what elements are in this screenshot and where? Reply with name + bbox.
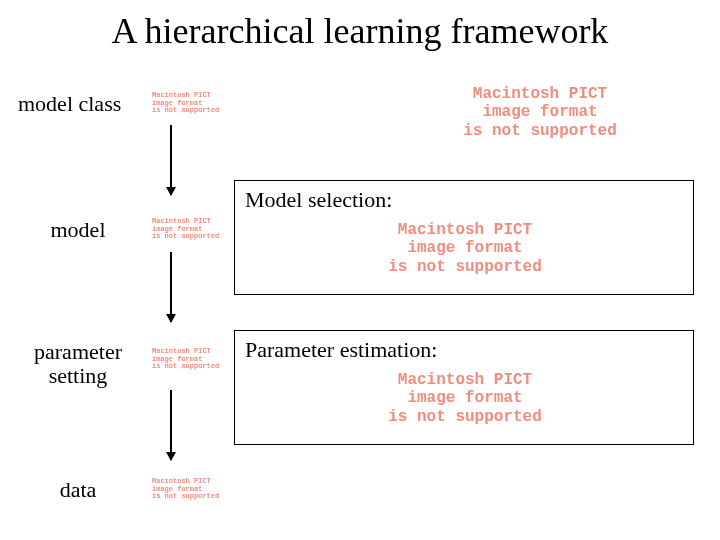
pict-placeholder-icon: Macintosh PICT image format is not suppo… <box>345 371 585 426</box>
label-data: data <box>18 478 138 502</box>
pict-placeholder-icon: Macintosh PICT image format is not suppo… <box>152 348 202 371</box>
pict-placeholder-icon: Macintosh PICT image format is not suppo… <box>345 221 585 276</box>
box-model-selection-title: Model selection: <box>245 187 683 213</box>
box-model-selection: Model selection: Macintosh PICT image fo… <box>234 180 694 295</box>
pict-placeholder-icon: Macintosh PICT image format is not suppo… <box>410 85 670 140</box>
label-parameter-setting: parameter setting <box>18 340 138 388</box>
label-parameter-setting-line1: parameter <box>34 339 122 364</box>
slide: A hierarchical learning framework model … <box>0 0 720 540</box>
arrow-down-icon <box>170 252 172 322</box>
label-model: model <box>18 218 138 242</box>
pict-placeholder-icon: Macintosh PICT image format is not suppo… <box>152 218 202 241</box>
slide-title: A hierarchical learning framework <box>0 10 720 52</box>
arrow-down-icon <box>170 125 172 195</box>
label-model-class: model class <box>18 92 138 116</box>
pict-placeholder-icon: Macintosh PICT image format is not suppo… <box>152 478 202 501</box>
box-parameter-estimation: Parameter estimation: Macintosh PICT ima… <box>234 330 694 445</box>
pict-placeholder-icon: Macintosh PICT image format is not suppo… <box>152 92 202 115</box>
box-parameter-estimation-title: Parameter estimation: <box>245 337 683 363</box>
label-parameter-setting-line2: setting <box>49 363 108 388</box>
arrow-down-icon <box>170 390 172 460</box>
